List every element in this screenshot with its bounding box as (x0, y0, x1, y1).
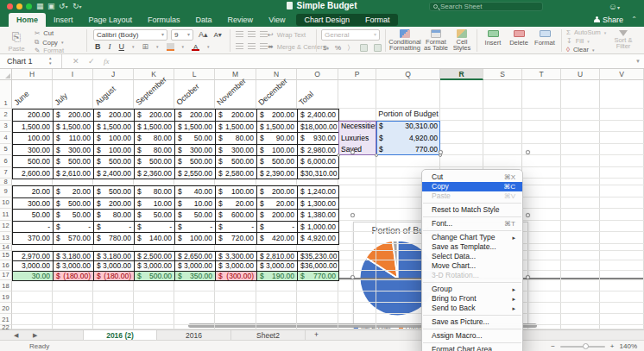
cell-K13[interactable]: $140.00 (134, 232, 175, 245)
menu-item-bring-to-front[interactable]: Bring to Front▸ (422, 294, 522, 304)
fill-button[interactable]: ↧Fill▾ (566, 37, 590, 45)
cell-L7[interactable]: $2,550.00 (174, 167, 216, 180)
cell-J10[interactable]: $200.00 (93, 197, 135, 210)
cell-I9[interactable]: $20.00 (53, 185, 94, 198)
cell-L10[interactable]: $10.00 (174, 197, 216, 210)
cell-I5[interactable]: $300.00 (53, 144, 94, 157)
cell-J12[interactable]: $- (93, 221, 135, 234)
formula-bar-expand-icon[interactable]: ▼ (635, 59, 641, 64)
align-top-icon[interactable] (236, 31, 243, 37)
decrease-decimal-icon[interactable] (374, 44, 382, 52)
cell-I17[interactable]: $(180.00) (53, 271, 94, 282)
cell-N11[interactable]: $200.00 (256, 209, 298, 222)
cell-K12[interactable]: $- (134, 221, 175, 234)
menu-item-move-chart[interactable]: Move Chart... (422, 261, 522, 271)
cell-H12[interactable]: - (12, 221, 54, 234)
cell-H13[interactable]: 370.00 (12, 232, 54, 245)
tab-review[interactable]: Review (220, 13, 262, 27)
cell-N7[interactable]: $2,390.00 (256, 167, 298, 180)
cell-N6[interactable]: $500.00 (256, 155, 298, 168)
cell-M10[interactable]: $20.00 (215, 197, 257, 210)
cell-I3[interactable]: $1,500.00 (53, 121, 94, 134)
borders-icon[interactable]: ⊞ (142, 42, 149, 51)
menu-item-save-as-template[interactable]: Save as Template... (422, 242, 522, 252)
copy-button[interactable]: ⧉Copy▾ (35, 38, 63, 47)
cell-O11[interactable]: $1,380.00 (297, 209, 339, 222)
menu-item-group[interactable]: Group▸ (422, 285, 522, 294)
row-header-19[interactable]: 19 (0, 291, 12, 303)
cell-K9[interactable]: $80.00 (134, 185, 175, 198)
chart-selection-handle[interactable] (526, 150, 530, 154)
tab-format[interactable]: Format (357, 14, 398, 26)
cell-I12[interactable]: $- (53, 221, 94, 234)
currency-format-button[interactable]: $▾ (323, 44, 329, 52)
cell-J17[interactable]: $(180.00) (93, 271, 135, 282)
cell-J9[interactable]: $500.00 (93, 185, 135, 198)
cut-button[interactable]: ✂Cut (35, 29, 54, 37)
zoom-slider-knob[interactable] (583, 343, 589, 349)
range-value-luxuries[interactable]: $4,920.00 (376, 132, 440, 144)
cell-O4[interactable]: $930.00 (297, 132, 339, 145)
cell-L13[interactable]: $100.00 (174, 232, 216, 245)
cell-L5[interactable]: $300.00 (174, 144, 216, 157)
cell-M11[interactable]: $600.00 (215, 209, 257, 222)
cell-styles-button[interactable]: Cell Styles (451, 29, 473, 51)
cell-H4[interactable]: 100.00 (12, 132, 54, 145)
range-value-necessities[interactable]: $30,310.00 (376, 121, 440, 133)
cell-I13[interactable]: $570.00 (53, 232, 94, 245)
cell-O5[interactable]: $2,980.00 (297, 144, 339, 157)
row-header-14[interactable]: 14 (0, 244, 12, 251)
cell-J13[interactable]: $780.00 (93, 232, 135, 245)
chart-selection-handle[interactable] (350, 275, 355, 279)
column-header-U[interactable]: U (561, 69, 600, 80)
row-header-15[interactable]: 15 (0, 251, 12, 261)
cell-J4[interactable]: $100.00 (93, 132, 135, 145)
align-middle-icon[interactable] (248, 31, 256, 37)
cell-O9[interactable]: $1,240.00 (297, 185, 339, 198)
menu-item-save-as-picture[interactable]: Save as Picture... (422, 317, 522, 327)
cell-N5[interactable]: $100.00 (256, 144, 298, 157)
row-header-2[interactable]: 2 (0, 109, 12, 121)
cell-J2[interactable]: $200.00 (93, 109, 135, 122)
row-header-17[interactable]: 17 (0, 271, 12, 281)
insert-function-icon[interactable]: fx (104, 54, 110, 68)
cell-M3[interactable]: $1,500.00 (215, 121, 257, 134)
enter-icon[interactable]: ✓ (88, 54, 95, 68)
tab-insert[interactable]: Insert (46, 13, 81, 27)
menu-item-change-chart-type[interactable]: Change Chart Type▸ (422, 233, 522, 242)
row-header-9[interactable]: 9 (0, 185, 12, 197)
cell-M17[interactable]: $(300.00) (215, 271, 257, 282)
cell-O13[interactable]: $4,920.00 (297, 232, 339, 245)
cell-M13[interactable]: $720.00 (215, 232, 257, 245)
menu-item-copy[interactable]: Copy⌘C (422, 182, 522, 191)
row-header-5[interactable]: 5 (0, 144, 12, 156)
range-label-saved[interactable]: Saved (338, 144, 376, 156)
chart-selection-handle[interactable] (350, 213, 355, 217)
cell-O10[interactable]: $1,300.00 (297, 197, 339, 210)
cell-M5[interactable]: $300.00 (215, 144, 257, 157)
format-as-table-button[interactable]: Format as Table (423, 29, 449, 51)
cell-O7[interactable]: $30,310.00 (297, 167, 339, 180)
row-header-8[interactable]: 8 (0, 179, 12, 185)
menu-item-cut[interactable]: Cut⌘X (422, 172, 522, 182)
cell-N2[interactable]: $200.00 (256, 109, 298, 122)
collapse-ribbon-icon[interactable]: ⌃ (631, 16, 637, 23)
cell-M12[interactable]: $- (215, 221, 257, 234)
menu-item-font[interactable]: Font...⌘T (422, 219, 522, 229)
grow-font-button[interactable]: A▴ (199, 30, 208, 39)
percent-format-button[interactable]: % (335, 44, 341, 52)
row-header-1[interactable]: 1 (0, 80, 12, 109)
row-header-4[interactable]: 4 (0, 132, 12, 144)
menu-item-assign-macro[interactable]: Assign Macro... (422, 331, 522, 341)
cell-N4[interactable]: $90.00 (256, 132, 298, 145)
cell-L12[interactable]: $- (174, 221, 216, 234)
range-drag-handle[interactable] (375, 154, 378, 157)
menu-item-send-to-back[interactable]: Send to Back▸ (422, 304, 522, 313)
range-label-necessities[interactable]: Necessities (338, 121, 376, 133)
name-box[interactable]: Chart 1 (0, 54, 62, 68)
cell-H3[interactable]: 1,500.00 (12, 121, 54, 134)
cell-H5[interactable]: 300.00 (12, 144, 54, 157)
sheet-grid[interactable]: Portion of Budget NecessitiesLuxuriesSav… (0, 69, 644, 329)
column-header-H[interactable]: H (12, 69, 53, 80)
cell-O2[interactable]: $2,400.00 (297, 109, 339, 122)
